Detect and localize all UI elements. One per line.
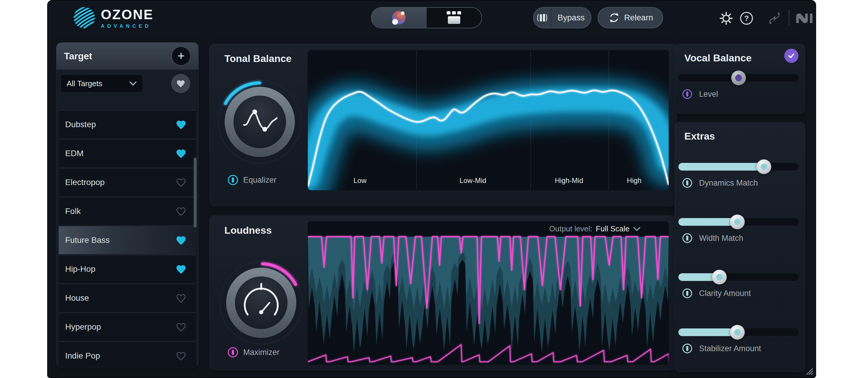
target-item-label: House xyxy=(65,293,89,303)
heart-icon[interactable] xyxy=(176,178,186,187)
audiolens-icon xyxy=(767,11,782,26)
loudness-title: Loudness xyxy=(224,225,272,236)
help-button[interactable]: ? xyxy=(739,11,754,26)
slider-thumb[interactable] xyxy=(756,159,771,174)
target-item-label: Future Bass xyxy=(65,235,110,245)
target-title: Target xyxy=(64,51,92,62)
target-list-item-hyperpop[interactable]: Hyperpop xyxy=(59,313,196,341)
tab-assistant-view[interactable] xyxy=(371,8,427,28)
heart-icon xyxy=(176,79,185,88)
stabilizer-amount-slider[interactable] xyxy=(678,325,799,340)
vocal-balance-card: Vocal Balance Level xyxy=(675,44,805,114)
heart-icon[interactable] xyxy=(176,236,186,245)
bypass-fader-segment[interactable] xyxy=(534,8,551,28)
vocal-enabled-button[interactable] xyxy=(784,49,799,63)
slider-thumb[interactable] xyxy=(730,325,745,340)
heart-icon[interactable] xyxy=(176,120,186,129)
app-logo: OZONE ADVANCED xyxy=(101,8,154,29)
slider-label: Stabilizer Amount xyxy=(699,344,761,353)
heart-icon[interactable] xyxy=(176,322,186,332)
power-toggle-icon xyxy=(682,89,692,99)
power-toggle-icon xyxy=(227,347,239,358)
width-match-toggle-row[interactable]: Width Match xyxy=(682,233,743,243)
dynamics-match-toggle-row[interactable]: Dynamics Match xyxy=(682,178,758,188)
target-list-item-house[interactable]: House xyxy=(59,284,196,312)
top-bar: OZONE ADVANCED xyxy=(47,0,816,35)
target-panel-header: Target + xyxy=(56,42,198,70)
target-panel: Target + All Targets DubstepEDMElectropo… xyxy=(56,42,199,367)
ai-assistant-sphere-icon xyxy=(391,9,407,26)
target-item-label: Hip-Hop xyxy=(65,264,96,274)
heart-icon[interactable] xyxy=(176,207,186,216)
loudness-card: Loudness Maximizer xyxy=(209,215,677,370)
target-list-item-dubstep[interactable]: Dubstep xyxy=(59,110,196,138)
power-toggle-icon xyxy=(682,233,692,243)
heart-icon[interactable] xyxy=(176,149,186,158)
target-filter-dropdown[interactable]: All Targets xyxy=(60,75,143,93)
target-list-item-folk[interactable]: Folk xyxy=(59,197,196,225)
slider-thumb[interactable] xyxy=(712,270,727,285)
target-item-label: Dubstep xyxy=(65,120,96,129)
loudness-graph: Output level: Full Scale xyxy=(308,221,669,365)
add-target-button[interactable]: + xyxy=(171,46,191,66)
power-toggle-icon xyxy=(227,174,239,185)
tonal-balance-card: Tonal Balance xyxy=(209,44,677,206)
stabilizer-amount-toggle-row[interactable]: Stabilizer Amount xyxy=(682,343,761,354)
vocal-level-toggle-row[interactable]: Level xyxy=(682,89,718,99)
dynamics-match-slider[interactable] xyxy=(678,159,799,174)
target-list-item-indie-pop[interactable]: Indie Pop xyxy=(59,341,196,367)
target-item-label: Hyperpop xyxy=(65,322,101,332)
heart-icon[interactable] xyxy=(176,351,186,360)
slider-track[interactable] xyxy=(678,163,799,171)
audiolens-button[interactable] xyxy=(767,11,782,26)
target-list-item-hip-hop[interactable]: Hip-Hop xyxy=(59,255,196,283)
output-level-label: Output level: xyxy=(549,224,592,233)
slider-track[interactable] xyxy=(678,273,799,281)
level-label: Level xyxy=(699,90,718,99)
equalizer-toggle-row[interactable]: Equalizer xyxy=(227,174,277,185)
view-mode-toggle[interactable] xyxy=(371,7,482,28)
power-toggle-icon xyxy=(682,288,692,299)
equalizer-knob[interactable] xyxy=(216,78,304,166)
slider-thumb[interactable] xyxy=(730,214,745,229)
target-list-item-future-bass[interactable]: Future Bass xyxy=(59,226,196,254)
tonal-balance-title: Tonal Balance xyxy=(224,53,291,64)
resize-grip[interactable] xyxy=(805,367,814,376)
brand-edition: ADVANCED xyxy=(101,23,154,29)
help-icon: ? xyxy=(739,11,754,26)
maximizer-knob[interactable] xyxy=(217,259,305,347)
slider-thumb[interactable] xyxy=(731,70,746,85)
target-list-item-edm[interactable]: EDM xyxy=(59,139,196,167)
width-match-slider[interactable] xyxy=(678,214,799,229)
vocal-balance-title: Vocal Balance xyxy=(684,52,751,64)
output-level-control[interactable]: Output level: Full Scale xyxy=(549,224,641,233)
bypass-label: Bypass xyxy=(551,13,591,23)
target-item-label: Indie Pop xyxy=(65,351,100,360)
bypass-button[interactable]: Bypass xyxy=(533,7,591,28)
target-item-label: Folk xyxy=(65,207,81,216)
relearn-button[interactable]: Relearn xyxy=(598,7,663,28)
band-label-low: Low xyxy=(353,176,367,185)
heart-icon[interactable] xyxy=(176,265,186,274)
vocal-level-slider[interactable] xyxy=(678,70,799,85)
extras-card: Extras Dynamics MatchWidth MatchClarity … xyxy=(675,122,805,372)
clarity-amount-toggle-row[interactable]: Clarity Amount xyxy=(682,288,751,299)
ozone-app-window: OZONE ADVANCED xyxy=(47,0,816,378)
fader-icon xyxy=(536,11,549,24)
ni-logo xyxy=(795,12,814,24)
target-item-label: EDM xyxy=(65,149,84,158)
settings-button[interactable] xyxy=(718,11,734,26)
tab-modules-view[interactable] xyxy=(427,8,482,28)
chevron-down-icon xyxy=(129,81,137,86)
favorites-filter-button[interactable] xyxy=(171,74,190,93)
maximizer-toggle-row[interactable]: Maximizer xyxy=(227,347,280,358)
ni-logo-button[interactable] xyxy=(795,11,814,25)
heart-icon[interactable] xyxy=(176,294,186,303)
gear-icon xyxy=(718,11,734,26)
target-list-scrollbar[interactable] xyxy=(194,157,197,228)
modules-view-icon xyxy=(446,10,462,25)
extras-title: Extras xyxy=(684,130,715,142)
clarity-amount-slider[interactable] xyxy=(678,270,799,285)
target-list-item-electropop[interactable]: Electropop xyxy=(59,168,196,196)
output-level-value: Full Scale xyxy=(596,224,629,233)
